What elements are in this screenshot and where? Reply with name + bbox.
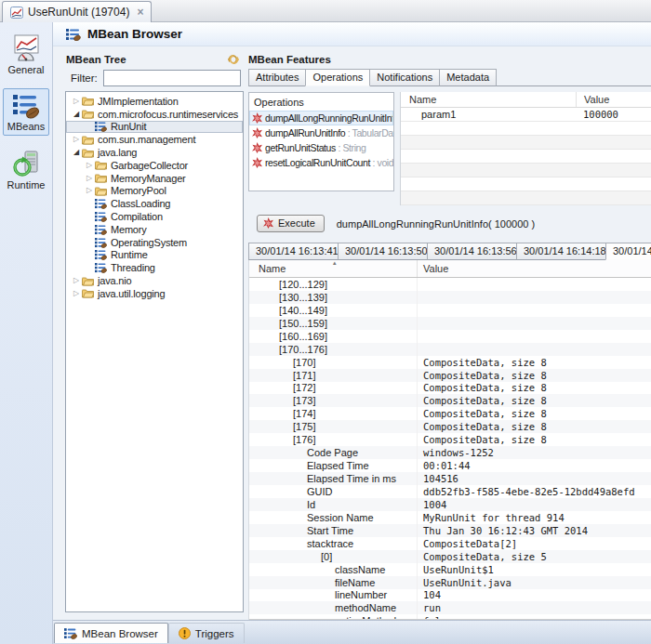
gold-refresh-icon[interactable] — [227, 54, 240, 65]
result-row[interactable]: Start Time Thu Jan 30 16:12:43 GMT 2014 — [249, 524, 651, 537]
twisty-icon[interactable] — [71, 290, 82, 297]
result-row[interactable]: [175] CompositeData, size 8 — [249, 420, 651, 433]
result-row[interactable]: [0] CompositeData, size 5 — [249, 550, 651, 563]
tree-node[interactable]: MemoryManager — [66, 172, 243, 185]
operation-icon — [252, 142, 262, 153]
operation-item[interactable]: dumpAllLongRunningRunUnitInfo : TabularD… — [249, 111, 393, 125]
tree-node[interactable]: Memory — [66, 223, 243, 236]
result-row[interactable]: stacktrace CompositeData[2] — [249, 537, 651, 550]
result-row[interactable]: [174] CompositeData, size 8 — [249, 407, 651, 420]
tree-node[interactable]: GarbageCollector — [66, 159, 243, 172]
feature-tab[interactable]: Metadata — [439, 69, 497, 86]
tree-node[interactable]: java.nio — [66, 274, 243, 287]
tree-node[interactable]: java.lang — [66, 146, 243, 159]
tree-node[interactable]: Threading — [66, 261, 243, 274]
operation-name: dumpAllRunUnitInfo — [265, 127, 345, 138]
twisty-icon[interactable] — [71, 111, 82, 118]
result-row[interactable]: [176] CompositeData, size 8 — [249, 433, 651, 446]
result-row[interactable]: lineNumber 104 — [249, 589, 651, 602]
tree-node[interactable]: OperatingSystem — [66, 236, 243, 249]
result-tab[interactable]: 30/01/14 16:14:18... — [516, 243, 606, 260]
palette-item[interactable]: MBeans — [3, 88, 49, 136]
result-value-column-header[interactable]: Value — [418, 263, 651, 274]
twisty-icon[interactable] — [84, 162, 95, 169]
tree-node-label: GarbageCollector — [111, 160, 188, 171]
twisty-icon[interactable] — [84, 187, 95, 194]
node-type-icon — [95, 237, 108, 248]
tree-node[interactable]: Compilation — [66, 210, 243, 223]
feature-tab[interactable]: Notifications — [369, 69, 440, 86]
result-row[interactable]: Id 1004 — [249, 498, 651, 511]
result-row[interactable]: [130...139] — [249, 291, 651, 304]
operation-item[interactable]: getRunUnitStatus : String — [249, 140, 393, 155]
tree-node[interactable]: JMImplementation — [66, 95, 243, 108]
twisty-icon[interactable] — [71, 277, 82, 284]
result-row-name-cell: Elapsed Time in ms — [249, 472, 418, 485]
operation-item[interactable]: dumpAllRunUnitInfo : TabularData — [249, 125, 393, 140]
tree-node[interactable]: RunUnit — [66, 121, 243, 134]
operation-item[interactable]: resetLogicalRunUnitCount : void — [249, 155, 393, 170]
form-header: MBean Browser — [53, 22, 651, 46]
result-table-body: [120...129] [130...139] — [249, 278, 651, 620]
result-row-name: [140...149] — [279, 305, 327, 316]
result-row[interactable]: className UseRunUnit$1 — [249, 563, 651, 576]
parameter-value[interactable]: 100000 — [576, 109, 651, 120]
result-row[interactable]: [140...149] — [249, 304, 651, 317]
result-row[interactable]: GUID ddb52fb3-f585-4ebe-82e5-12bdd49a8ef… — [249, 485, 651, 498]
result-row[interactable]: [120...129] — [249, 278, 651, 291]
tree-node[interactable]: java.util.logging — [66, 287, 243, 300]
twisty-icon[interactable] — [71, 149, 82, 156]
result-row[interactable]: [170] CompositeData, size 8 — [249, 356, 651, 369]
tree-node[interactable]: MemoryPool — [66, 185, 243, 198]
result-row[interactable]: [171] CompositeData, size 8 — [249, 369, 651, 382]
result-row[interactable]: [172] CompositeData, size 8 — [249, 382, 651, 395]
filter-input[interactable] — [103, 70, 241, 86]
result-row[interactable]: [160...169] — [249, 330, 651, 343]
operation-name: resetLogicalRunUnitCount — [265, 157, 370, 168]
bottom-tab[interactable]: MBean Browser — [54, 623, 168, 643]
result-row[interactable]: Elapsed Time 00:01:44 — [249, 459, 651, 472]
editor-tab-userununit[interactable]: UseRunUnit (19704) × — [2, 1, 152, 22]
result-row[interactable]: methodName run — [249, 601, 651, 614]
feature-tabs: Attributes Operations Notifications Meta… — [248, 69, 651, 86]
result-tab[interactable]: 30/01/14 16:13:50... — [338, 243, 428, 260]
result-tab[interactable]: 30/01/14 16:14: — [605, 243, 651, 260]
empty-parameter-row — [401, 177, 651, 191]
twisty-icon[interactable] — [84, 175, 95, 182]
node-type-icon — [82, 96, 95, 107]
result-row-name: methodName — [335, 602, 396, 613]
result-row-name-cell: [0] — [249, 550, 418, 563]
palette-item[interactable]: Runtime — [3, 145, 49, 194]
result-row-name-cell: className — [249, 563, 418, 576]
tree-node[interactable]: com.microfocus.runtimeservices — [66, 108, 243, 121]
twisty-icon[interactable] — [71, 136, 82, 143]
result-tab[interactable]: 30/01/14 16:13:56... — [427, 243, 517, 260]
twisty-icon[interactable] — [71, 98, 82, 105]
tree-node[interactable]: com.sun.management — [66, 133, 243, 146]
execute-button[interactable]: Execute — [257, 215, 325, 232]
feature-tab[interactable]: Attributes — [248, 69, 306, 86]
result-row[interactable]: [173] CompositeData, size 8 — [249, 394, 651, 407]
result-row[interactable]: [150...159] — [249, 317, 651, 330]
result-tab[interactable]: 30/01/14 16:13:41... — [248, 243, 339, 260]
close-icon[interactable]: × — [137, 6, 143, 19]
empty-parameter-row — [401, 191, 651, 205]
result-row[interactable]: Elapsed Time in ms 104516 — [249, 472, 651, 485]
palette-item[interactable]: General — [3, 30, 49, 79]
tree-node[interactable]: ClassLoading — [66, 197, 243, 210]
bottom-tab[interactable]: Triggers — [168, 623, 245, 643]
result-row-value: 104 — [418, 589, 651, 600]
result-name-column-header[interactable]: Name ▴ — [249, 260, 418, 277]
node-type-icon — [82, 147, 95, 158]
feature-tab[interactable]: Operations — [305, 69, 370, 86]
result-row-value: CompositeData, size 8 — [418, 370, 651, 381]
result-row[interactable]: [170...176] — [249, 343, 651, 356]
result-row[interactable]: fileName UseRunUnit.java — [249, 576, 651, 589]
feature-tab-label: Attributes — [256, 72, 299, 83]
parameter-row[interactable]: param1 100000 — [401, 108, 651, 122]
result-row[interactable]: Code Page windows-1252 — [249, 446, 651, 459]
result-row-name: [173] — [293, 395, 315, 406]
tree-node[interactable]: Runtime — [66, 249, 243, 262]
result-row[interactable]: Session Name MyRunUnit for thread 914 — [249, 511, 651, 524]
operation-icon — [252, 127, 262, 138]
